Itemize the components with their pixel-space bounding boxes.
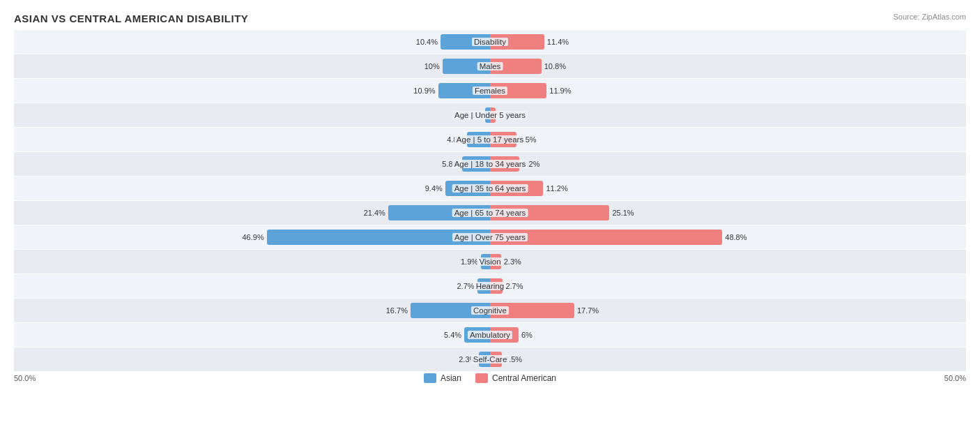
table-row: 9.4% Age | 35 to 64 years 11.2% — [14, 177, 966, 200]
value-right: 11.4% — [547, 38, 569, 46]
left-side: 46.9% — [14, 225, 490, 249]
left-side: 1.9% — [14, 250, 490, 274]
left-side: 21.4% — [14, 201, 490, 225]
table-row: 21.4% Age | 65 to 74 years 25.1% — [14, 201, 966, 225]
bar-label: Age | 35 to 64 years — [452, 184, 528, 193]
legend-item: Central American — [475, 373, 556, 383]
legend-swatch — [424, 373, 436, 383]
value-right: 11.2% — [546, 184, 567, 193]
left-side: 2.3% — [14, 347, 490, 371]
bar-label: Age | 18 to 34 years — [452, 160, 528, 168]
bottom-row: 50.0% Asian Central American 50.0% — [14, 373, 966, 383]
right-side: 48.8% — [490, 225, 966, 249]
value-left: 2.7% — [457, 282, 474, 290]
left-side: 16.7% — [14, 299, 490, 322]
value-right: 10.8% — [544, 62, 566, 70]
left-side: 2.7% — [14, 274, 490, 298]
legend: Asian Central American — [36, 373, 944, 383]
value-left: 10% — [424, 62, 440, 70]
chart-container: ASIAN VS CENTRAL AMERICAN DISABILITY Sou… — [0, 0, 980, 427]
right-side: 2.5% — [490, 347, 966, 371]
right-side: 25.1% — [490, 201, 966, 225]
left-side: 5.8% — [14, 152, 490, 176]
bar-label: Ambulatory — [468, 331, 512, 339]
value-left: 10.9% — [413, 87, 435, 95]
bar-label: Males — [477, 62, 503, 70]
value-left: 21.4% — [364, 209, 385, 217]
bar-label: Self-Care — [471, 355, 510, 364]
value-right: 48.8% — [725, 233, 747, 241]
table-row: 10.9% Females 11.9% — [14, 79, 966, 103]
value-left: 46.9% — [242, 233, 263, 241]
value-left: 5.4% — [444, 331, 461, 339]
table-row: 10.4% Disability 11.4% — [14, 30, 966, 54]
bar-label: Age | Under 5 years — [452, 111, 528, 119]
value-right: 25.1% — [612, 209, 634, 217]
value-left: 10.4% — [416, 38, 438, 46]
right-side: 5.5% — [490, 128, 966, 151]
table-row: 4.8% Age | 5 to 17 years 5.5% — [14, 128, 966, 151]
left-side: 1.1% — [14, 103, 490, 127]
right-side: 6% — [490, 323, 966, 347]
bar-label: Age | 65 to 74 years — [452, 209, 528, 217]
table-row: 2.3% Self-Care 2.5% — [14, 347, 966, 371]
table-row: 1.1% Age | Under 5 years 1.2% — [14, 103, 966, 127]
right-side: 6.2% — [490, 152, 966, 176]
table-row: 46.9% Age | Over 75 years 48.8% — [14, 225, 966, 249]
axis-left-label: 50.0% — [14, 374, 36, 382]
right-side: 11.4% — [490, 30, 966, 54]
legend-label: Asian — [441, 373, 461, 383]
right-side: 10.8% — [490, 54, 966, 78]
value-right: 11.9% — [549, 87, 571, 95]
bar-label: Vision — [477, 257, 503, 266]
table-row: 16.7% Cognitive 17.7% — [14, 299, 966, 322]
bar-label: Disability — [472, 38, 508, 46]
table-row: 5.8% Age | 18 to 34 years 6.2% — [14, 152, 966, 176]
right-side: 11.2% — [490, 177, 966, 200]
value-left: 9.4% — [425, 184, 443, 193]
chart-title: ASIAN VS CENTRAL AMERICAN DISABILITY — [14, 13, 966, 24]
bar-label: Age | 5 to 17 years — [454, 135, 526, 144]
left-side: 9.4% — [14, 177, 490, 200]
left-side: 10% — [14, 54, 490, 78]
bar-label: Hearing — [474, 282, 506, 290]
right-side: 2.7% — [490, 274, 966, 298]
table-row: 2.7% Hearing 2.7% — [14, 274, 966, 298]
right-side: 11.9% — [490, 79, 966, 103]
legend-label: Central American — [492, 373, 556, 383]
left-side: 5.4% — [14, 323, 490, 347]
value-left: 1.9% — [461, 257, 478, 266]
right-side: 17.7% — [490, 299, 966, 322]
bar-label: Age | Over 75 years — [452, 233, 528, 241]
table-row: 1.9% Vision 2.3% — [14, 250, 966, 274]
axis-right-label: 50.0% — [944, 374, 966, 382]
value-right: 2.7% — [505, 282, 523, 290]
bar-label: Females — [473, 87, 507, 95]
value-right: 17.7% — [577, 306, 599, 315]
table-row: 5.4% Ambulatory 6% — [14, 323, 966, 347]
left-side: 4.8% — [14, 128, 490, 151]
table-row: 10% Males 10.8% — [14, 54, 966, 78]
left-side: 10.9% — [14, 79, 490, 103]
legend-swatch — [475, 373, 488, 383]
bar-label: Cognitive — [471, 306, 509, 315]
value-right: 2.3% — [504, 257, 521, 266]
right-side: 1.2% — [490, 103, 966, 127]
source-label: Source: ZipAtlas.com — [893, 13, 966, 21]
left-side: 10.4% — [14, 30, 490, 54]
rows-container: 10.4% Disability 11.4% 10% Males 10.8% 1… — [14, 30, 966, 371]
value-right: 6% — [521, 331, 533, 339]
legend-item: Asian — [424, 373, 461, 383]
value-left: 16.7% — [386, 306, 408, 315]
right-side: 2.3% — [490, 250, 966, 274]
